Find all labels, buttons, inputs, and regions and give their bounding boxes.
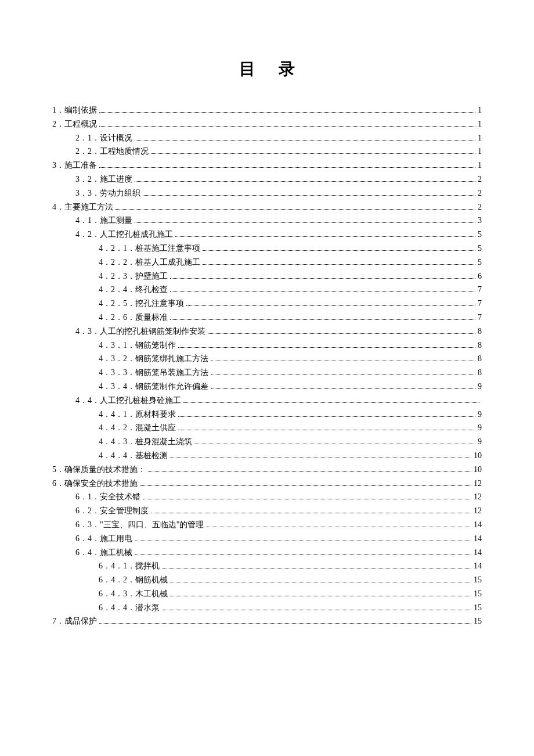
toc-entry: 4．2．6．质量标准7 (52, 311, 482, 325)
toc-entry-label: 4．2．5．挖孔注意事项 (99, 297, 184, 311)
toc-entry: 3．施工准备1 (52, 159, 482, 172)
toc-entry-page: 2 (478, 172, 482, 186)
toc-entry: 4．3．4．钢筋笼制作允许偏差9 (52, 380, 482, 394)
toc-entry: 6．4．2．钢筋机械15 (52, 573, 482, 587)
toc-entry: 6．4．1．搅拌机14 (52, 559, 482, 573)
toc-entry-page: 5 (478, 242, 482, 255)
toc-entry-label: 4．3．人工的挖孔桩钢筋笼制作安装 (75, 325, 205, 339)
toc-entry-label: 6．4．1．搅拌机 (99, 559, 160, 573)
toc-dots (116, 209, 475, 210)
toc-entry: 3．3．劳动力组织2 (52, 186, 482, 200)
toc-entry: 5．确保质量的技术措施：10 (52, 463, 482, 477)
toc-entry: 4．2．5．挖孔注意事项7 (52, 297, 482, 311)
toc-entry-page: 10 (474, 463, 482, 477)
toc-dots (99, 126, 475, 127)
toc-entry: 4．4．1．原材料要求9 (52, 408, 482, 422)
toc-entry-page: 1 (478, 145, 482, 159)
toc-entry-page: 14 (474, 518, 482, 532)
toc-dots (143, 499, 471, 499)
toc-dots (162, 610, 471, 610)
toc-entry-label: 4．2．1．桩基施工注意事项 (99, 242, 200, 255)
toc-entry: 4．2．4．终孔检查7 (52, 283, 482, 297)
toc-dots (170, 582, 471, 582)
toc-entry-page: 14 (474, 546, 482, 560)
toc-entry: 6．1．安全技术错12 (52, 490, 482, 504)
toc-dots (203, 250, 475, 251)
toc-entry-page: 9 (478, 435, 482, 449)
toc-entry-page: 5 (478, 255, 482, 269)
toc-dots (183, 402, 479, 403)
toc-entry-page: 2 (478, 200, 482, 214)
toc-dots (211, 388, 475, 389)
toc-entry-page: 3 (478, 214, 482, 228)
toc-entry-label: 4．3．2．钢筋笼绑扎施工方法 (99, 352, 208, 366)
toc-dots (170, 319, 475, 320)
toc-dots (143, 195, 475, 196)
toc-dots (135, 140, 475, 141)
toc-dots (206, 527, 471, 527)
toc-entry-label: 4．4．2．混凝土供应 (99, 421, 176, 435)
toc-entry: 4．3．1．钢筋笼制作8 (52, 339, 482, 352)
toc-dots (170, 458, 471, 458)
toc-dots (178, 430, 475, 430)
toc-entry-page: 8 (478, 339, 482, 352)
toc-dots (162, 568, 471, 568)
toc-entry-label: 4．2．4．终孔检查 (99, 283, 168, 297)
toc-entry-page: 1 (478, 103, 482, 117)
toc-dots (211, 361, 475, 361)
toc-entry-label: 2．工程概况 (52, 117, 97, 131)
toc-entry: 4．3．3．钢筋笼吊装施工方法8 (52, 366, 482, 380)
toc-dots (208, 333, 475, 334)
toc-entry-label: 4．1．施工测量 (75, 214, 132, 228)
toc-dots (99, 167, 475, 168)
toc-entry-label: 6．4．施工用电 (75, 532, 132, 546)
toc-entry: 2．2．工程地质情况1 (52, 145, 482, 159)
toc-entry: 4．4．4．基桩检测10 (52, 449, 482, 463)
toc-entry-label: 5．确保质量的技术措施： (52, 463, 146, 477)
table-of-contents: 1．编制依据12．工程概况12．1．设计概况12．2．工程地质情况13．施工准备… (52, 103, 482, 628)
toc-entry-label: 4．3．3．钢筋笼吊装施工方法 (99, 366, 208, 380)
toc-dots (203, 264, 475, 265)
toc-entry-label: 3．2．施工进度 (75, 172, 132, 186)
toc-entry-page: 9 (478, 421, 482, 435)
toc-dots (170, 291, 475, 292)
toc-entry: 4．4．2．混凝土供应9 (52, 421, 482, 435)
toc-entry-label: 2．1．设计概况 (75, 131, 132, 145)
toc-entry-page: 9 (478, 380, 482, 394)
toc-entry: 6．4．施工机械14 (52, 546, 482, 560)
toc-dots (99, 623, 471, 624)
toc-entry-label: 2．2．工程地质情况 (75, 145, 149, 159)
toc-entry-page: 1 (478, 131, 482, 145)
toc-entry-label: 3．施工准备 (52, 159, 97, 172)
document-title: 目录 (52, 58, 482, 80)
toc-entry: 2．工程概况1 (52, 117, 482, 131)
toc-dots (175, 236, 475, 237)
toc-entry-page: 15 (474, 587, 482, 601)
toc-entry-page: 7 (478, 283, 482, 297)
toc-entry: 6．4．4．潜水泵15 (52, 601, 482, 615)
toc-entry-label: 7．成品保护 (52, 614, 97, 628)
toc-entry-page: 15 (474, 573, 482, 587)
toc-entry: 4．4．人工挖孔桩桩身砼施工 (52, 394, 482, 408)
toc-dots (194, 444, 475, 444)
toc-entry-page: 2 (478, 186, 482, 200)
toc-dots (151, 513, 471, 513)
toc-entry-label: 6．3．"三宝、四口、五临边"的管理 (75, 518, 204, 532)
toc-entry-label: 6．4．施工机械 (75, 546, 132, 560)
toc-entry-page: 1 (478, 117, 482, 131)
toc-dots (151, 153, 475, 154)
toc-entry: 6．2．安全管理制度12 (52, 504, 482, 518)
toc-entry-label: 4．4．1．原材料要求 (99, 408, 176, 422)
toc-dots (135, 181, 475, 182)
toc-entry: 4．2．1．桩基施工注意事项5 (52, 242, 482, 255)
toc-entry-page: 15 (474, 601, 482, 615)
toc-entry-page: 12 (474, 504, 482, 518)
toc-entry-page: 7 (478, 297, 482, 311)
toc-entry-label: 4．2．2．桩基人工成孔施工 (99, 255, 200, 269)
toc-entry-page: 5 (478, 228, 482, 242)
toc-entry-label: 4．2．6．质量标准 (99, 311, 168, 325)
toc-dots (135, 541, 471, 541)
toc-dots (186, 305, 475, 306)
toc-entry-label: 4．2．人工挖孔桩成孔施工 (75, 228, 173, 242)
toc-entry: 6．4．3．木工机械15 (52, 587, 482, 601)
